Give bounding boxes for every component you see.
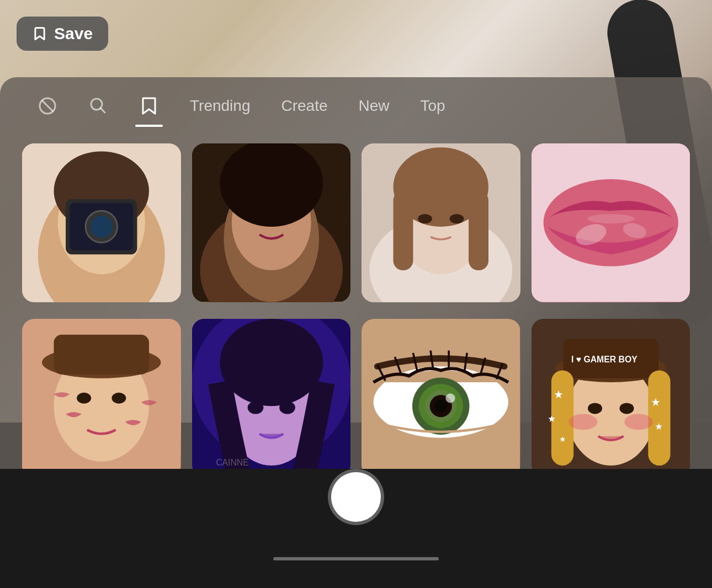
svg-rect-32 [22,319,181,469]
top-label: Top [421,97,445,115]
svg-point-48 [412,377,470,435]
svg-point-76 [568,414,597,430]
svg-point-41 [220,319,323,406]
svg-point-42 [247,401,263,414]
svg-point-40 [227,362,315,466]
svg-rect-67 [551,370,573,466]
svg-line-60 [481,357,486,374]
svg-line-61 [496,363,503,379]
filter-1-image [22,143,181,302]
svg-rect-12 [192,143,351,302]
trending-label: Trending [190,97,250,115]
svg-point-17 [246,209,262,220]
filter-lip-prints[interactable] [22,319,181,469]
nav-item-create[interactable]: Create [265,92,343,120]
svg-line-56 [413,352,417,370]
filter-6-image: CAINNE [192,319,351,469]
svg-line-3 [100,108,105,113]
bookmark-icon [32,26,47,41]
svg-point-10 [86,211,118,243]
svg-rect-65 [563,338,658,378]
svg-point-5 [38,183,165,302]
filter-8-image: I ♥ GAMER BOY ★ ★ ★ ★ ★ [532,319,690,469]
block-icon [38,96,57,116]
nav-bar: Trending Create New Top [0,77,712,127]
svg-point-49 [419,383,464,428]
search-icon [88,96,108,116]
nav-item-trending[interactable]: Trending [174,92,265,120]
svg-rect-9 [70,203,133,250]
svg-point-53 [445,393,455,403]
svg-point-11 [91,216,113,238]
svg-point-69 [588,403,602,414]
svg-point-47 [374,366,508,437]
svg-point-64 [555,354,666,382]
svg-text:★: ★ [554,388,564,400]
svg-rect-46 [362,319,520,469]
svg-point-43 [279,401,295,414]
create-label: Create [281,97,327,115]
svg-point-70 [619,403,634,414]
svg-text:★: ★ [559,434,566,443]
svg-rect-27 [532,143,690,302]
filter-3-image [362,143,520,302]
svg-point-33 [54,350,150,461]
svg-line-1 [42,100,53,111]
nav-item-search[interactable] [73,90,124,121]
saved-icon [139,96,159,116]
svg-rect-24 [469,191,488,270]
svg-rect-19 [362,143,520,302]
filter-gamer-girl[interactable]: I ♥ GAMER BOY ★ ★ ★ ★ ★ [532,319,690,469]
svg-point-20 [369,215,512,302]
svg-text:I ♥ GAMER BOY: I ♥ GAMER BOY [571,355,637,364]
svg-text:CAINNE: CAINNE [216,457,249,467]
scroll-indicator [273,557,439,560]
svg-line-59 [465,352,467,370]
filter-camera-girl[interactable] [22,143,181,302]
filter-content-area: CAINNE [0,127,712,469]
svg-point-18 [281,209,297,220]
svg-point-14 [224,175,319,302]
filter-grid-row1 [0,127,712,319]
svg-point-26 [450,214,464,223]
nav-item-saved[interactable] [124,90,174,121]
svg-point-21 [397,171,485,274]
svg-point-7 [54,151,150,231]
save-label: Save [54,24,93,43]
nav-item-new[interactable]: New [343,92,405,120]
svg-point-31 [587,214,634,223]
save-button[interactable]: Save [17,17,108,51]
svg-point-29 [572,220,609,249]
svg-point-30 [621,221,647,240]
svg-rect-4 [22,143,181,302]
filter-lips[interactable] [532,143,690,302]
svg-point-36 [77,392,91,403]
svg-point-16 [220,143,323,227]
filter-dark-beauty[interactable] [192,143,351,302]
svg-point-28 [543,179,678,266]
svg-point-25 [418,214,432,223]
filter-green-eye[interactable] [362,319,520,469]
svg-rect-8 [66,199,137,255]
svg-text:★: ★ [654,421,662,432]
filter-grid-row2: CAINNE [0,319,712,469]
filter-natural[interactable] [362,143,520,302]
filter-7-image [362,319,520,469]
svg-rect-45 [362,319,520,469]
svg-rect-23 [394,191,413,270]
svg-point-51 [430,395,452,417]
filter-night-glow[interactable]: CAINNE [192,319,351,469]
shutter-button[interactable] [331,472,381,522]
nav-item-top[interactable]: Top [405,92,461,120]
svg-rect-68 [648,370,670,466]
svg-text:★: ★ [547,413,555,424]
svg-text:★: ★ [650,396,660,408]
svg-line-55 [395,357,401,375]
svg-line-57 [431,350,433,368]
nav-item-block[interactable] [22,90,73,121]
filter-5-image [22,319,181,469]
filter-4-image [532,143,690,302]
svg-point-63 [567,362,654,466]
new-label: New [359,97,390,115]
svg-point-34 [42,346,161,378]
